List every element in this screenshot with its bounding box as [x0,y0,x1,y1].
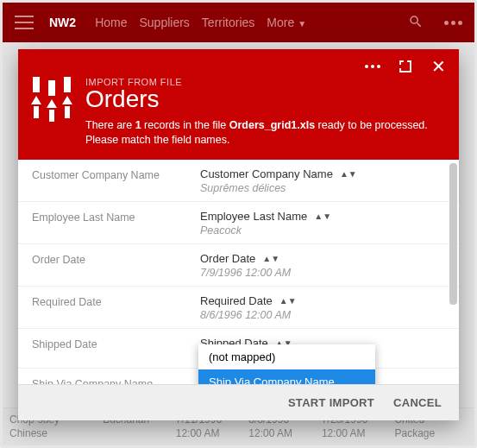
svg-rect-2 [64,77,71,92]
sample-value: Suprêmes délices [200,182,445,194]
modal-overflow-icon[interactable] [364,58,381,75]
field-label: Ship Via Company Name [32,376,200,384]
field-row: Employee Last Name Employee Last Name ▲▼… [18,202,459,244]
modal-header: ✕ IM [18,49,459,160]
topbar: NW2 Home Suppliers Territories More▼ [3,3,474,42]
nav-home[interactable]: Home [95,16,127,29]
chevron-down-icon: ▼ [298,19,306,28]
selected-mapping: Required Date [200,294,273,307]
sort-icon: ▲▼ [314,211,331,221]
field-label: Customer Company Name [32,167,200,181]
sort-icon: ▲▼ [262,254,279,263]
sort-icon: ▲▼ [279,296,297,306]
field-label: Order Date [32,252,200,266]
sort-icon: ▲▼ [340,169,357,179]
svg-rect-1 [48,80,55,96]
modal-footer: START IMPORT CANCEL [18,384,459,420]
svg-rect-4 [49,110,54,122]
field-label: Shipped Date [32,337,200,350]
scroll-thumb[interactable] [449,163,457,305]
selected-mapping: Customer Company Name [200,167,333,180]
start-import-button[interactable]: START IMPORT [288,396,374,409]
nav-more-label: More [267,16,294,29]
nav-more[interactable]: More▼ [267,16,306,29]
modal-description: There are 1 records in the file Orders_g… [85,118,447,148]
dropdown-option[interactable]: (not mapped) [198,344,375,369]
scrollbar[interactable] [449,163,457,381]
svg-rect-0 [33,77,40,92]
close-icon[interactable]: ✕ [430,58,447,75]
svg-rect-5 [65,106,70,118]
field-row: Customer Company Name Customer Company N… [18,160,459,202]
sample-value: Peacock [200,224,445,237]
field-mapping-select[interactable]: Order Date ▲▼ [200,252,445,265]
field-mapping-select[interactable]: Employee Last Name ▲▼ [200,210,445,223]
cancel-button[interactable]: CANCEL [393,396,442,409]
field-label: Employee Last Name [32,210,200,224]
brand[interactable]: NW2 [49,16,76,29]
overflow-icon[interactable] [444,21,462,25]
field-row: Order Date Order Date ▲▼ 7/9/1996 12:00 … [18,244,459,287]
sample-value: 7/9/1996 12:00 AM [200,267,445,279]
field-mapping-select[interactable]: Customer Company Name ▲▼ [200,167,445,180]
nav-territories[interactable]: Territories [202,16,254,29]
search-icon[interactable] [408,14,424,32]
fullscreen-icon[interactable] [397,58,414,75]
selected-mapping: Order Date [200,252,255,265]
menu-icon[interactable] [15,16,34,29]
nav-suppliers[interactable]: Suppliers [139,16,189,29]
import-icon [30,77,73,125]
field-label: Required Date [32,294,200,308]
modal-title: Orders [85,85,447,113]
field-row: Required Date Required Date ▲▼ 8/6/1996 … [18,287,459,329]
svg-rect-3 [34,106,39,118]
sample-value: 8/6/1996 12:00 AM [200,309,445,321]
field-mapping-select[interactable]: Required Date ▲▼ [200,294,445,307]
selected-mapping: Employee Last Name [200,210,307,223]
